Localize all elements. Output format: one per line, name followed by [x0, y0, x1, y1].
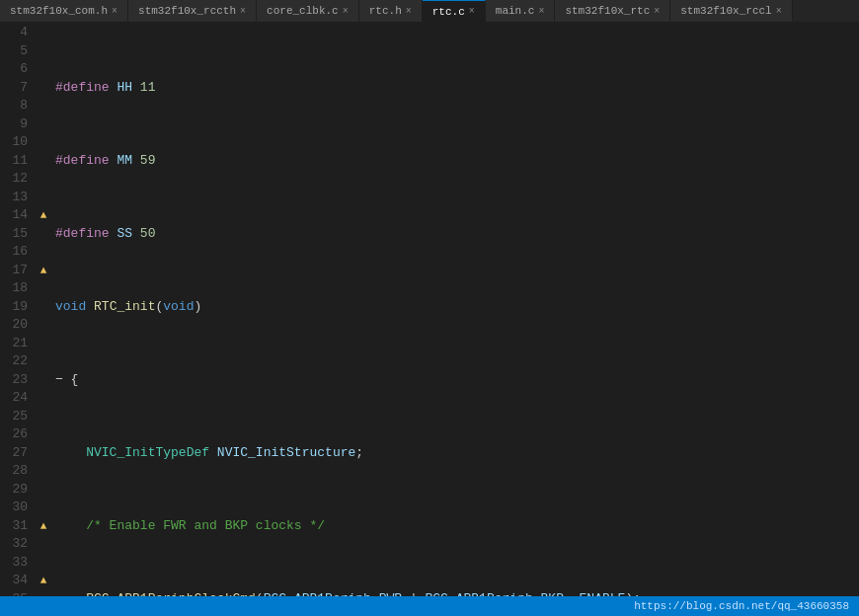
tab-close-icon[interactable]: ×	[776, 6, 782, 17]
gutter-21	[36, 335, 51, 353]
code-content: #define HH 11 #define MM 59 #define SS 5…	[51, 22, 859, 596]
code-line-6: #define SS 50	[51, 225, 859, 244]
gutter-24	[36, 389, 51, 408]
gutter-20	[36, 316, 51, 335]
gutter-5	[36, 42, 51, 61]
gutter-10	[36, 133, 51, 152]
tab-bar: stm32f10x_com.h × stm32f10x_rccth × core…	[0, 0, 859, 22]
tab-close-icon[interactable]: ×	[469, 6, 475, 17]
gutter-9	[36, 116, 51, 134]
code-line-9: NVIC_InitTypeDef NVIC_InitStructure;	[51, 444, 859, 463]
gutter-26	[36, 425, 51, 444]
gutter-32	[36, 535, 51, 554]
tab-core-clbk[interactable]: core_clbk.c ×	[257, 0, 359, 22]
tab-close-icon[interactable]: ×	[112, 6, 117, 17]
gutter-25	[36, 408, 51, 426]
tab-stm32f10x-com[interactable]: stm32f10x_com.h ×	[0, 0, 128, 22]
gutter-15	[36, 225, 51, 244]
status-bar: https://blog.csdn.net/qq_43660358	[0, 596, 859, 616]
tab-close-icon[interactable]: ×	[240, 6, 246, 17]
tab-close-icon[interactable]: ×	[406, 6, 412, 17]
tab-rtc-h[interactable]: rtc.h ×	[359, 0, 423, 22]
gutter-16	[36, 243, 51, 262]
gutter-28	[36, 462, 51, 481]
gutter-18	[36, 279, 51, 298]
gutter-31-warn: ▲	[36, 517, 51, 536]
gutter-8	[36, 97, 51, 116]
gutter-7	[36, 79, 51, 98]
code-line-7: void RTC_init(void)	[51, 298, 859, 317]
editor-container: stm32f10x_com.h × stm32f10x_rccth × core…	[0, 0, 859, 616]
tab-stm32f10x-rccth[interactable]: stm32f10x_rccth ×	[128, 0, 257, 22]
line-numbers: 4 5 6 7 8 9 10 11 12 13 14 15 16 17 18 1…	[0, 22, 36, 596]
tab-close-icon[interactable]: ×	[538, 6, 544, 17]
gutter-33	[36, 554, 51, 573]
gutter-4	[36, 24, 51, 42]
gutter-22	[36, 352, 51, 371]
code-line-10: /* Enable FWR and BKP clocks */	[51, 517, 859, 536]
tab-stm32f10x-rtc[interactable]: stm32f10x_rtc ×	[555, 0, 670, 22]
gutter-14-warn: ▲	[36, 206, 51, 225]
gutter-29	[36, 481, 51, 500]
gutter-17-warn: ▲	[36, 262, 51, 280]
tab-rtc-c[interactable]: rtc.c ×	[423, 0, 486, 22]
tab-main-c[interactable]: main.c ×	[486, 0, 556, 22]
code-line-5: #define MM 59	[51, 152, 859, 171]
gutter-23	[36, 371, 51, 390]
tab-close-icon[interactable]: ×	[654, 6, 660, 17]
gutter-11	[36, 152, 51, 171]
gutter-34-warn: ▲	[36, 572, 51, 590]
gutter-30	[36, 499, 51, 517]
code-area: 4 5 6 7 8 9 10 11 12 13 14 15 16 17 18 1…	[0, 22, 859, 596]
status-url: https://blog.csdn.net/qq_43660358	[634, 600, 849, 612]
code-line-8: − {	[51, 371, 859, 390]
gutter: ▲ ▲ ▲ ▲ ▶	[36, 22, 51, 596]
gutter-27	[36, 444, 51, 463]
gutter-19	[36, 298, 51, 317]
gutter-6	[36, 60, 51, 79]
gutter-35	[36, 590, 51, 597]
tab-close-icon[interactable]: ×	[343, 6, 349, 17]
code-line-4: #define HH 11	[51, 79, 859, 98]
gutter-12	[36, 170, 51, 189]
gutter-13	[36, 189, 51, 207]
tab-stm32f10x-rccl[interactable]: stm32f10x_rccl ×	[670, 0, 792, 22]
